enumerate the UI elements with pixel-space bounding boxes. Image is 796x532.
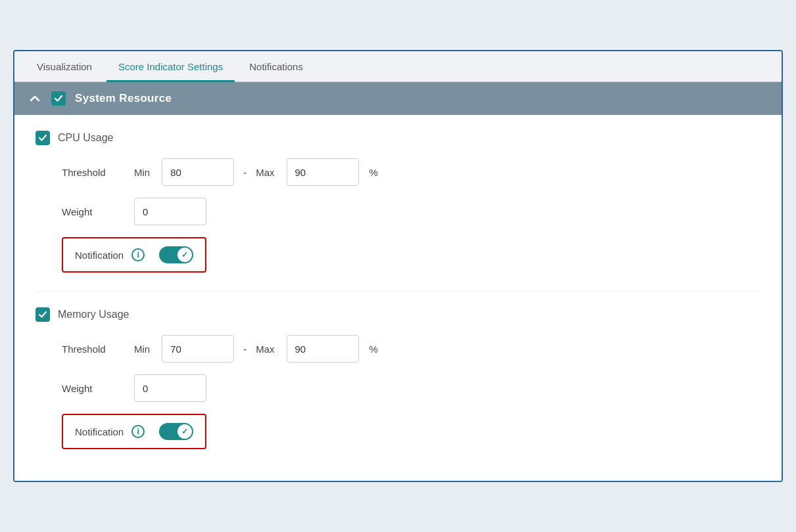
memory-notification-box: Notification i ✓ bbox=[62, 414, 206, 449]
memory-info-icon[interactable]: i bbox=[131, 425, 145, 438]
memory-threshold-label: Threshold bbox=[62, 344, 134, 355]
cpu-min-label: Min bbox=[134, 167, 150, 178]
cpu-percent: % bbox=[369, 167, 378, 178]
cpu-notification-box: Notification i ✓ bbox=[62, 237, 206, 273]
cpu-checkbox[interactable] bbox=[35, 131, 50, 145]
memory-toggle-check-icon: ✓ bbox=[181, 427, 188, 436]
cpu-weight-input[interactable] bbox=[134, 198, 206, 225]
cpu-threshold-row: Threshold Min - Max % bbox=[35, 158, 761, 186]
memory-threshold-row: Threshold Min - Max % bbox=[35, 335, 761, 363]
cpu-weight-group bbox=[134, 198, 206, 225]
cpu-weight-row: Weight bbox=[35, 198, 761, 225]
memory-checkbox[interactable] bbox=[35, 307, 50, 322]
cpu-header: CPU Usage bbox=[35, 131, 761, 145]
tab-visualization[interactable]: Visualization bbox=[25, 52, 104, 82]
cpu-subsection: CPU Usage Threshold Min - Max % bbox=[35, 131, 761, 273]
cpu-min-input[interactable] bbox=[162, 158, 234, 186]
content-area: System Resource CPU Usage Threshold bbox=[14, 82, 782, 481]
cpu-dash: - bbox=[243, 167, 246, 178]
memory-weight-label: Weight bbox=[62, 383, 134, 394]
cpu-notification-label: Notification bbox=[75, 250, 124, 261]
memory-title: Memory Usage bbox=[58, 309, 129, 321]
memory-weight-row: Weight bbox=[35, 374, 761, 402]
memory-weight-input[interactable] bbox=[134, 374, 206, 402]
memory-max-input[interactable] bbox=[287, 335, 359, 363]
memory-notification-label: Notification bbox=[75, 426, 124, 437]
section-title: System Resource bbox=[75, 92, 172, 105]
cpu-threshold-group: Min - Max % bbox=[134, 158, 378, 186]
memory-max-label: Max bbox=[256, 344, 274, 355]
cpu-title: CPU Usage bbox=[58, 132, 113, 144]
cpu-toggle-check-icon: ✓ bbox=[181, 250, 188, 259]
tab-notifications[interactable]: Notifications bbox=[237, 52, 315, 82]
memory-threshold-group: Min - Max % bbox=[134, 335, 378, 363]
memory-notification-toggle[interactable]: ✓ bbox=[159, 423, 193, 440]
collapse-button[interactable] bbox=[28, 91, 42, 106]
cpu-info-icon[interactable]: i bbox=[131, 248, 145, 261]
cpu-threshold-label: Threshold bbox=[62, 167, 134, 178]
memory-subsection: Memory Usage Threshold Min - Max % bbox=[35, 307, 761, 449]
cpu-max-input[interactable] bbox=[287, 158, 359, 186]
memory-header: Memory Usage bbox=[35, 307, 761, 322]
cpu-max-label: Max bbox=[256, 167, 274, 178]
memory-percent: % bbox=[369, 344, 378, 355]
cpu-notification-row: Notification i ✓ bbox=[35, 237, 761, 273]
main-container: Visualization Score Indicator Settings N… bbox=[13, 50, 783, 482]
cpu-notification-toggle[interactable]: ✓ bbox=[159, 246, 193, 263]
memory-notification-row: Notification i ✓ bbox=[35, 414, 761, 449]
cpu-weight-label: Weight bbox=[62, 206, 134, 217]
tab-bar: Visualization Score Indicator Settings N… bbox=[14, 51, 782, 82]
inner-content: CPU Usage Threshold Min - Max % bbox=[14, 115, 782, 481]
memory-weight-group bbox=[134, 374, 206, 402]
sub-divider bbox=[35, 291, 761, 292]
memory-min-label: Min bbox=[134, 344, 150, 355]
memory-min-input[interactable] bbox=[162, 335, 234, 363]
tab-score-indicator-settings[interactable]: Score Indicator Settings bbox=[106, 52, 235, 82]
section-header: System Resource bbox=[14, 82, 782, 115]
memory-dash: - bbox=[243, 344, 246, 355]
section-checkbox[interactable] bbox=[51, 91, 66, 106]
